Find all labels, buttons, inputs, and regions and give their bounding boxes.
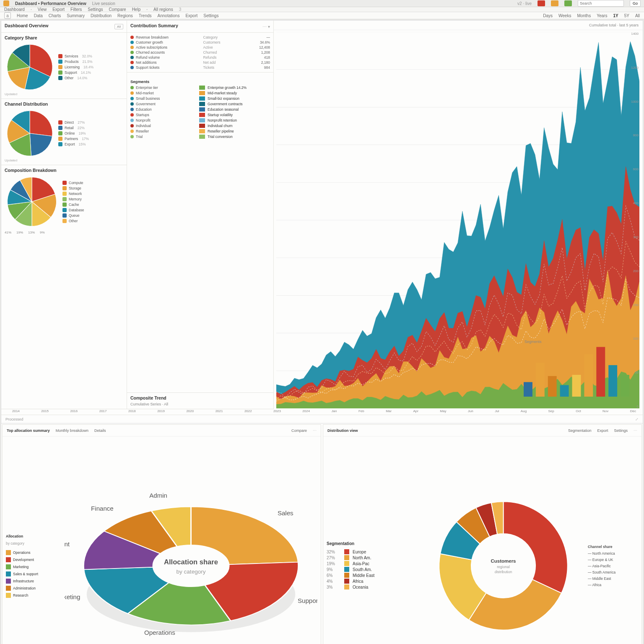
legend-item[interactable]: 32%Europe	[327, 549, 419, 554]
panel-r-title: Segmentation	[327, 541, 419, 546]
tab[interactable]: Export	[185, 13, 197, 18]
segment-item[interactable]: Small business	[130, 96, 193, 101]
chart-footer: Processed ⤢	[1, 415, 643, 423]
tool-green-icon[interactable]	[564, 0, 572, 6]
panel-r-tab[interactable]: Export	[597, 428, 608, 433]
panel-l-legend: Allocationby categoryOperationsDevelopme…	[6, 534, 60, 598]
chart-header: Cumulative total · last 5 years	[274, 21, 643, 30]
x-tick: 2021	[216, 409, 223, 413]
legend-item[interactable]: Infrastructure	[6, 579, 60, 584]
svg-rect-17	[596, 347, 605, 397]
tool-orange-icon[interactable]	[551, 0, 558, 6]
menu-item[interactable]: Settings	[88, 7, 103, 12]
segment-item[interactable]: Government	[130, 102, 193, 106]
legend-item[interactable]: 9%South Am.	[327, 567, 419, 572]
y-tick: 400	[631, 201, 639, 205]
panel-r-tab[interactable]: Distribution view	[327, 428, 358, 433]
sidebar-tag[interactable]: All	[114, 24, 123, 29]
panel-l-tab[interactable]: Compare	[291, 428, 307, 433]
segment-item[interactable]: Reseller	[130, 129, 193, 133]
footer-text: Processed	[5, 417, 23, 421]
panel-r-tab[interactable]: Segmentation	[568, 428, 592, 433]
segment-item[interactable]: Nonprofit	[130, 118, 193, 122]
legend-item: Other14.0%	[58, 76, 93, 80]
top-region: Dashboard Overview All Category Share Se…	[1, 21, 643, 423]
pie3-legend: ComputeStorageNetworkMemoryCacheDatabase…	[62, 181, 84, 223]
search-go-button[interactable]: Go	[630, 0, 641, 7]
color-swatch	[199, 96, 205, 101]
menu-item[interactable]: Filters	[70, 7, 82, 12]
legend-item: Online19%	[58, 131, 89, 135]
tab[interactable]: Home	[17, 13, 28, 18]
menu-item[interactable]: All regions	[153, 7, 173, 12]
legend-item[interactable]: 6%Middle East	[327, 573, 419, 578]
main-chart[interactable]: 140012001000800600400300200150100500 Seg…	[276, 32, 639, 408]
range-option[interactable]: 1Y	[613, 13, 618, 18]
range-option[interactable]: Months	[577, 13, 591, 18]
x-tick: 2019	[157, 409, 165, 413]
y-tick: 150	[631, 303, 639, 307]
legend-item[interactable]: Research	[6, 593, 60, 598]
tab[interactable]: Charts	[49, 13, 61, 18]
panel-l-tab[interactable]: Details	[94, 428, 106, 433]
range-option[interactable]: Years	[597, 13, 607, 18]
tab[interactable]: Trends	[139, 13, 152, 18]
legend-item[interactable]: 27%North Am.	[327, 555, 419, 560]
segment-item[interactable]: Mid-market	[130, 91, 193, 95]
range-option[interactable]: Weeks	[558, 13, 571, 18]
svg-text:Allocation share: Allocation share	[164, 558, 218, 566]
legend-item[interactable]: Administration	[6, 586, 60, 591]
table-row-val: Active12,408	[203, 45, 270, 49]
panel-l-tab[interactable]: Monthly breakdown	[56, 428, 88, 433]
color-swatch	[199, 135, 205, 139]
segments-title: Segments	[130, 79, 270, 84]
segment-item[interactable]: Trial	[130, 135, 193, 139]
segment-item[interactable]: Education	[130, 107, 193, 112]
panel-regional: Distribution view Segmentation Export Se…	[323, 424, 642, 644]
panel-r-tab[interactable]: Settings	[614, 428, 628, 433]
legend-item[interactable]: 4%Africa	[327, 579, 419, 584]
legend-item[interactable]: Sales & support	[6, 571, 60, 576]
filter-icon[interactable]: ⋯ ▾	[262, 24, 270, 29]
tool-red-icon[interactable]	[538, 0, 545, 6]
tab[interactable]: Distribution	[91, 13, 112, 18]
table-row-val: Tickets984	[203, 65, 270, 70]
search-input[interactable]	[578, 0, 624, 7]
legend-item[interactable]: 19%Asia-Pac	[327, 561, 419, 566]
legend-item[interactable]: Development	[6, 557, 60, 562]
window-sub: Live session	[92, 1, 115, 6]
table-row: Customer growth	[130, 40, 197, 44]
more-icon[interactable]: ⋯	[313, 428, 317, 433]
legend-item[interactable]: 3%Oceania	[327, 584, 419, 589]
legend-item: Compute	[62, 181, 84, 185]
menu-item[interactable]: Help	[132, 7, 141, 12]
tab[interactable]: Summary	[67, 13, 85, 18]
more-icon[interactable]: ⋯	[634, 428, 637, 433]
tab[interactable]: Data	[34, 13, 43, 18]
svg-text:Sales: Sales	[278, 509, 293, 517]
menu-item[interactable]: Export	[52, 7, 65, 12]
tab[interactable]: Annotations	[158, 13, 180, 18]
y-tick: 50	[631, 371, 639, 374]
range-option[interactable]: Days	[543, 13, 553, 18]
range-option[interactable]: All	[635, 13, 640, 18]
pie2-card: Channel Distribution Direct27%Retail22%O…	[1, 99, 127, 165]
panel-l-tab[interactable]: Top allocation summary	[7, 428, 50, 433]
x-tick: 2018	[128, 409, 136, 413]
tab[interactable]: Regions	[117, 13, 133, 18]
color-label: Individual churn	[208, 124, 247, 128]
menu-item[interactable]: Compare	[109, 7, 126, 12]
menu-item[interactable]: Dashboard	[4, 7, 25, 12]
tab[interactable]: Settings	[203, 13, 218, 18]
expand-icon[interactable]: ⤢	[635, 417, 639, 421]
segment-item[interactable]: Enterprise tier	[130, 86, 193, 90]
legend-item[interactable]: Operations	[6, 550, 60, 555]
chart-right-note: Cumulative total · last 5 years	[589, 23, 639, 27]
y-axis-labels: 140012001000800600400300200150100500	[631, 32, 639, 408]
menu-item[interactable]: View	[38, 7, 47, 12]
segment-item[interactable]: Startups	[130, 113, 193, 117]
range-option[interactable]: 5Y	[624, 13, 629, 18]
segment-item[interactable]: Individual	[130, 124, 193, 128]
legend-item[interactable]: Marketing	[6, 564, 60, 569]
svg-rect-15	[572, 375, 581, 397]
